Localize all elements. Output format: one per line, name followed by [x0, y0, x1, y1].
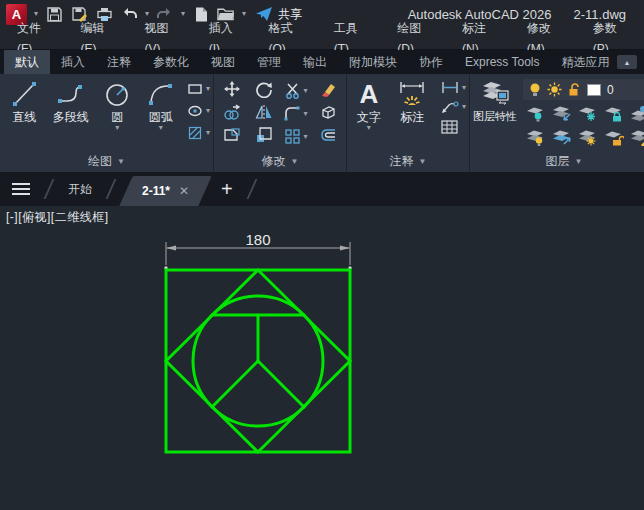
linear-dimension-dropdown-icon[interactable]: ▾ — [462, 84, 466, 92]
hamburger-menu-icon[interactable] — [12, 183, 30, 195]
layer-off-button[interactable] — [526, 105, 546, 126]
fillet-dropdown-icon[interactable]: ▾ — [303, 110, 307, 118]
explode-button[interactable] — [319, 103, 337, 125]
layer-properties-button[interactable]: 图层特性 — [473, 77, 517, 151]
array-dropdown-icon[interactable]: ▾ — [303, 133, 307, 141]
mirror-icon — [255, 103, 273, 121]
layer-properties-icon — [479, 79, 511, 109]
circle-dropdown-icon[interactable]: ▾ — [115, 124, 119, 132]
circle-icon — [102, 79, 132, 109]
table-icon — [441, 120, 458, 134]
panel-title-layers[interactable]: 图层▼ — [470, 151, 644, 172]
layer-thaw-all-button[interactable] — [578, 129, 598, 150]
dimension-arrow-left — [166, 245, 176, 250]
linear-dimension[interactable]: 180 — [164, 231, 351, 270]
layer-on-all-button[interactable] — [526, 129, 546, 150]
offset-button[interactable] — [319, 126, 337, 148]
arc-dropdown-icon[interactable]: ▾ — [159, 124, 163, 132]
layer-match-icon — [630, 129, 644, 146]
layer-thaw-all-icon — [578, 129, 598, 146]
rectangle-dropdown-icon[interactable]: ▾ — [206, 85, 210, 93]
text-button[interactable]: A 文字 ▾ — [350, 77, 388, 151]
rectangle-button[interactable]: ▾ — [187, 81, 210, 97]
panel-expand-icon: ▼ — [291, 158, 299, 166]
close-tab-icon[interactable]: ✕ — [179, 184, 189, 198]
erase-button[interactable] — [319, 80, 337, 102]
dimension-text: 180 — [245, 231, 270, 248]
ribbon-tab-collaborate[interactable]: 协作 — [408, 50, 454, 74]
menu-bar: 文件(F) 编辑(E) 视图(V) 插入(I) 格式(O) 工具(T) 绘图(D… — [0, 28, 644, 50]
copy-button[interactable] — [223, 103, 241, 125]
ellipse-dropdown-icon[interactable]: ▾ — [206, 107, 210, 115]
ribbon-tab-featured-apps[interactable]: 精选应用 — [550, 50, 620, 74]
hatch-button[interactable]: ▾ — [187, 125, 210, 141]
layer-unlock-icon — [604, 129, 624, 146]
tab-separator — [246, 179, 257, 199]
ribbon-tab-annotate[interactable]: 注释 — [96, 50, 142, 74]
drawing-area[interactable]: [-][俯视][二维线框] 180 — [0, 206, 644, 510]
panel-title-draw[interactable]: 绘图▼ — [0, 151, 213, 172]
trim-dropdown-icon[interactable]: ▾ — [303, 87, 307, 95]
bulb-on-icon — [529, 82, 541, 97]
ribbon-tab-output[interactable]: 输出 — [292, 50, 338, 74]
current-layer-name: 0 — [607, 83, 614, 97]
circle-button[interactable]: 圆 ▾ — [96, 77, 139, 151]
layer-match-button[interactable] — [630, 129, 644, 150]
leader-dropdown-icon[interactable]: ▾ — [462, 103, 466, 111]
stretch-button[interactable] — [223, 126, 241, 148]
layer-off-icon — [526, 105, 546, 122]
arc-button[interactable]: 圆弧 ▾ — [138, 77, 183, 151]
drawing-canvas: 180 — [0, 206, 644, 510]
panel-annotate: A 文字 ▾ 标注 ▾ — [346, 74, 469, 172]
autocad-window: A ▾ ▾ ▾ ▾ — [0, 0, 644, 510]
layer-unisolate-button[interactable] — [552, 129, 572, 150]
layer-color-swatch — [587, 84, 601, 96]
text-dropdown-icon[interactable]: ▾ — [367, 124, 371, 132]
dimension-button[interactable]: 标注 — [388, 77, 437, 151]
unlock-icon — [568, 82, 581, 97]
ribbon-tab-view[interactable]: 视图 — [200, 50, 246, 74]
ellipse-button[interactable]: ▾ — [187, 103, 210, 119]
ribbon-tab-home[interactable]: 默认 — [4, 50, 50, 74]
rotate-button[interactable] — [255, 80, 273, 102]
panel-title-modify[interactable]: 修改▼ — [214, 151, 346, 172]
scale-button[interactable] — [255, 126, 273, 148]
layer-make-current-button[interactable] — [630, 105, 644, 126]
mirror-button[interactable] — [255, 103, 273, 125]
layer-lock-button[interactable] — [604, 105, 624, 126]
tab-document-2-11[interactable]: 2-11* ✕ — [126, 176, 205, 206]
polyline-button[interactable]: 多段线 — [46, 77, 96, 151]
ribbon-tab-express-tools[interactable]: Express Tools — [454, 50, 550, 74]
panel-expand-icon: ▼ — [419, 158, 427, 166]
array-button[interactable]: ▾ — [284, 128, 307, 145]
ribbon-collapse-button[interactable]: ▲ — [617, 55, 637, 69]
move-button[interactable] — [223, 80, 241, 102]
rectangle-icon — [187, 81, 203, 97]
ribbon-tab-manage[interactable]: 管理 — [246, 50, 292, 74]
line-button[interactable]: 直线 — [3, 77, 46, 151]
layer-unlock-button[interactable] — [604, 129, 624, 150]
ribbon-tab-addins[interactable]: 附加模块 — [338, 50, 408, 74]
rotate-icon — [255, 80, 273, 98]
polyline-icon — [56, 79, 86, 109]
fillet-button[interactable]: ▾ — [284, 105, 307, 122]
lower-right-radius[interactable] — [258, 361, 304, 407]
layer-freeze-button[interactable] — [578, 105, 598, 126]
tab-separator — [44, 179, 55, 199]
table-button[interactable] — [441, 120, 466, 134]
panel-title-annotate[interactable]: 注释▼ — [347, 151, 469, 172]
ribbon-tab-insert[interactable]: 插入 — [50, 50, 96, 74]
ribbon-tab-parametric[interactable]: 参数化 — [142, 50, 200, 74]
panel-expand-icon: ▼ — [575, 158, 583, 166]
layer-combo[interactable]: 0 — [523, 79, 644, 100]
layer-isolate-button[interactable] — [552, 105, 572, 126]
linear-dimension-button[interactable]: ▾ — [441, 81, 466, 94]
trim-button[interactable]: ▾ — [284, 82, 307, 99]
hatch-dropdown-icon[interactable]: ▾ — [206, 129, 210, 137]
leader-button[interactable]: ▾ — [441, 100, 466, 114]
lower-left-radius[interactable] — [212, 361, 258, 407]
ellipse-icon — [187, 103, 203, 119]
sun-icon — [547, 82, 562, 97]
tab-start[interactable]: 开始 — [58, 181, 102, 198]
new-tab-button[interactable]: + — [221, 179, 233, 199]
